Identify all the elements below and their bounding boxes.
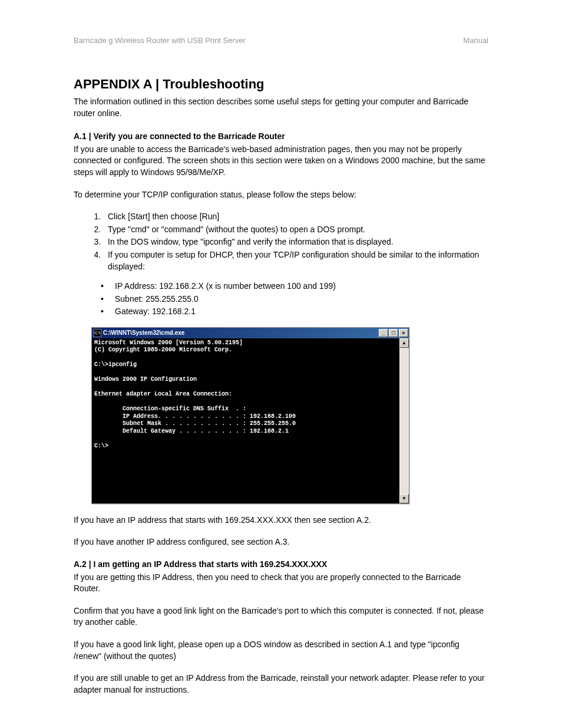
close-button[interactable]: × — [399, 329, 408, 337]
a2-paragraph-2: Confirm that you have a good link light … — [74, 605, 488, 628]
a1-after-1: If you have an IP address that starts wi… — [74, 515, 488, 526]
header-right: Manual — [463, 35, 488, 46]
window-buttons: _ □ × — [379, 329, 409, 337]
scroll-track[interactable] — [399, 348, 409, 494]
bullet-item: Gateway: 192.168.2.1 — [115, 306, 488, 318]
command-prompt-window: C:\ C:\WINNT\System32\cmd.exe _ □ × Micr… — [91, 327, 409, 504]
a2-paragraph-1: If you are getting this IP Address, then… — [74, 572, 488, 595]
scroll-down-icon[interactable]: ▼ — [399, 494, 409, 503]
header-left: Barricade g Wireless Router with USB Pri… — [74, 35, 246, 46]
scroll-up-icon[interactable]: ▲ — [399, 338, 409, 348]
step-item: Click [Start] then choose [Run] — [103, 211, 488, 223]
bullet-item: IP Address: 192.168.2.X (x is number bet… — [115, 281, 488, 292]
appendix-title: APPENDIX A | Troubleshooting — [74, 75, 488, 94]
a2-paragraph-3: If you have a good link light, please op… — [74, 639, 488, 662]
cmd-window-title: C:\WINNT\System32\cmd.exe — [103, 329, 379, 337]
intro-paragraph: The information outlined in this section… — [74, 96, 488, 119]
cmd-icon: C:\ — [93, 329, 101, 337]
a1-after-2: If you have another IP address configure… — [74, 536, 488, 548]
cmd-output: Microsoft Windows 2000 [Version 5.00.219… — [92, 338, 399, 503]
maximize-button[interactable]: □ — [389, 329, 398, 337]
step-item: Type "cmd" or "command" (without the quo… — [103, 224, 488, 236]
a1-paragraph-2: To determine your TCP/IP configuration s… — [74, 189, 488, 201]
a1-steps-list: Click [Start] then choose [Run] Type "cm… — [103, 211, 488, 272]
scrollbar[interactable]: ▲ ▼ — [399, 338, 409, 503]
step-item: In the DOS window, type "ipconfig" and v… — [103, 236, 488, 248]
page-header: Barricade g Wireless Router with USB Pri… — [74, 35, 488, 46]
a1-paragraph-1: If you are unable to access the Barricad… — [74, 144, 488, 179]
a1-heading: A.1 | Verify you are connected to the Ba… — [74, 131, 488, 143]
cmd-titlebar[interactable]: C:\ C:\WINNT\System32\cmd.exe _ □ × — [92, 328, 409, 338]
minimize-button[interactable]: _ — [379, 329, 388, 337]
step-item: If you computer is setup for DHCP, then … — [103, 249, 488, 272]
a1-bullets-list: IP Address: 192.168.2.X (x is number bet… — [115, 281, 488, 318]
bullet-item: Subnet: 255.255.255.0 — [115, 294, 488, 305]
a2-heading: A.2 | I am getting an IP Address that st… — [74, 559, 488, 571]
a2-paragraph-4: If you are still unable to get an IP Add… — [74, 673, 488, 696]
